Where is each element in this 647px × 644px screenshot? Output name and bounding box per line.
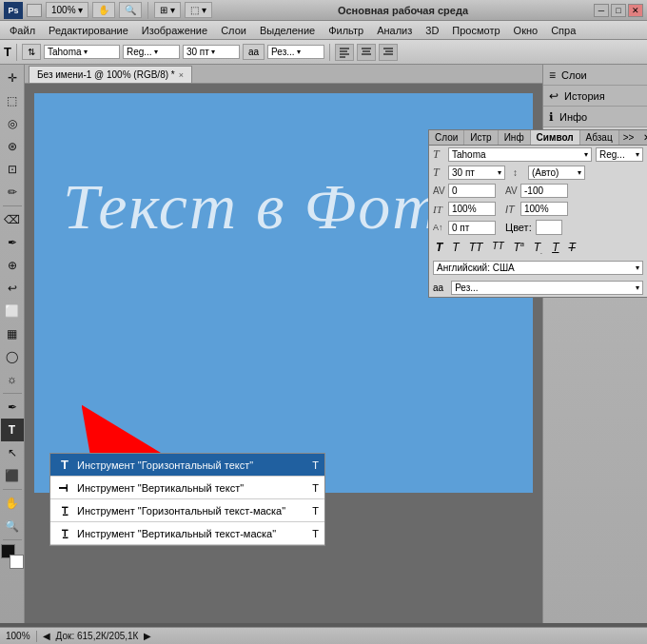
horizontal-text-key: T	[312, 459, 319, 471]
background-color[interactable]	[10, 555, 24, 569]
dodge-tool[interactable]: ☼	[1, 368, 24, 391]
subscript-btn[interactable]: T.	[531, 240, 545, 256]
sp-leading-dropdown[interactable]: (Авто) ▾	[528, 166, 585, 180]
font-style-dropdown[interactable]: Reg... ▾	[123, 45, 180, 59]
menu-help[interactable]: Спра	[545, 24, 581, 37]
align-center-button[interactable]	[357, 44, 376, 61]
canvas-tab[interactable]: Без имени-1 @ 100% (RGB/8) * ×	[29, 66, 192, 83]
history-brush-tool[interactable]: ↩	[1, 277, 24, 300]
text-tool-icon[interactable]: T	[4, 45, 11, 59]
smallcaps-btn[interactable]: TT	[489, 240, 506, 256]
menu-window[interactable]: Окно	[508, 24, 544, 37]
underline-btn[interactable]: T	[549, 240, 561, 256]
bold-btn[interactable]: T	[433, 240, 445, 256]
crop-tool[interactable]: ⊡	[1, 158, 24, 181]
sp-more-button[interactable]: >>	[619, 130, 638, 145]
menu-file[interactable]: Файл	[4, 24, 41, 37]
title-bar: Ps 100% ▾ ✋ 🔍 ⊞ ▾ ⬚ ▾ Основная рабочая с…	[0, 0, 647, 21]
sp-baseline-input[interactable]: 0 пт	[448, 221, 496, 235]
navigator-next[interactable]: ▶	[144, 631, 151, 641]
sp-tab-paragraph[interactable]: Абзац	[580, 130, 619, 145]
superscript-btn[interactable]: Ta	[511, 240, 527, 256]
menu-view[interactable]: Просмотр	[446, 24, 505, 37]
minimize-button[interactable]: ─	[594, 4, 609, 17]
sp-tab-info[interactable]: Инф	[499, 130, 531, 145]
vertical-text-icon: T	[56, 484, 73, 492]
align-left-button[interactable]	[335, 44, 354, 61]
horizontal-mask-key: T	[312, 505, 319, 517]
brush-tool[interactable]: ✒	[1, 231, 24, 254]
menu-select[interactable]: Выделение	[254, 24, 321, 37]
tab-close-button[interactable]: ×	[179, 70, 184, 80]
font-family-dropdown[interactable]: Tahoma ▾	[44, 45, 120, 59]
sp-font-family-dropdown[interactable]: Tahoma ▾	[448, 147, 592, 162]
clone-stamp-tool[interactable]: ⊕	[1, 254, 24, 277]
color-swatch[interactable]	[536, 220, 562, 235]
horizontal-mask-tool[interactable]: T̲ Инструмент "Горизонтальный текст-маск…	[50, 499, 324, 522]
eyedropper-tool[interactable]: ✏	[1, 181, 24, 204]
maximize-button[interactable]: □	[611, 4, 626, 17]
sp-font-size-dropdown[interactable]: 30 пт ▾	[448, 166, 505, 180]
panel-tab-layers[interactable]: ≡ Слои	[543, 65, 647, 86]
anti-alias-dropdown[interactable]: Рез... ▾	[267, 45, 324, 59]
hand-tool-box[interactable]: ✋	[1, 492, 24, 515]
align-right-button[interactable]	[379, 44, 398, 61]
extra-btn[interactable]: ⬚ ▾	[185, 2, 212, 18]
sp-kerning-input[interactable]: -100	[520, 184, 568, 198]
sp-language-dropdown[interactable]: Английский: США ▾	[433, 261, 643, 275]
sp-antialias-dropdown[interactable]: Рез... ▾	[451, 281, 643, 295]
move-tool[interactable]: ✛	[1, 67, 24, 89]
sp-antialias-row: аа Рез... ▾	[429, 279, 647, 297]
marquee-tool[interactable]: ⬚	[1, 89, 24, 112]
italic-btn[interactable]: T	[449, 240, 461, 256]
sp-tab-layers[interactable]: Слои	[429, 130, 464, 145]
close-button[interactable]: ✕	[628, 4, 643, 17]
menu-analysis[interactable]: Анализ	[371, 24, 418, 37]
text-tool[interactable]: T	[1, 419, 24, 441]
panel-tab-history[interactable]: ↩ История	[543, 86, 647, 107]
zoom-tool-box[interactable]: 🔍	[1, 515, 24, 537]
pen-tool[interactable]: ✒	[1, 396, 24, 419]
menu-bar: Файл Редактирование Изображение Слои Выд…	[0, 21, 647, 40]
orientation-btn[interactable]: ⇅	[22, 44, 41, 60]
arrange-btn[interactable]: ⊞ ▾	[154, 2, 181, 18]
blur-tool[interactable]: ◯	[1, 345, 24, 368]
menu-edit[interactable]: Редактирование	[43, 24, 134, 37]
spot-heal-tool[interactable]: ⌫	[1, 208, 24, 231]
menu-filter[interactable]: Фильтр	[323, 24, 369, 37]
chevron-down-icon: ▾	[578, 168, 581, 177]
font-size-dropdown[interactable]: 30 пт ▾	[183, 45, 240, 59]
sp-font-style: Reg...	[599, 149, 625, 160]
panel-tab-info[interactable]: ℹ Инфо	[543, 107, 647, 127]
anti-alias-aa[interactable]: аа	[243, 44, 265, 60]
sp-close-button[interactable]: ✕	[639, 130, 647, 145]
zoom-tool[interactable]: 🔍	[119, 2, 142, 18]
allcaps-btn[interactable]: TT	[466, 240, 486, 256]
sp-tab-symbol[interactable]: Символ	[531, 130, 580, 145]
navigator-prev[interactable]: ◀	[43, 631, 50, 641]
vertical-mask-tool[interactable]: T̲ Инструмент "Вертикальный текст-маска"…	[50, 522, 324, 545]
gradient-tool[interactable]: ▦	[1, 322, 24, 345]
zoom-dropdown[interactable]: 100% ▾	[46, 2, 88, 18]
menu-image[interactable]: Изображение	[136, 24, 213, 37]
sp-font-row: T Tahoma ▾ Reg... ▾	[429, 146, 647, 164]
sp-font-style-dropdown[interactable]: Reg... ▾	[596, 147, 643, 162]
size-icon: T	[433, 166, 444, 180]
hand-tool[interactable]: ✋	[92, 2, 115, 18]
quick-select-tool[interactable]: ⊛	[1, 135, 24, 158]
vertical-text-tool[interactable]: T Инструмент "Вертикальный текст" T	[50, 477, 324, 499]
sp-scale-h-input[interactable]: 100%	[520, 202, 568, 216]
strikethrough-btn[interactable]: T	[565, 240, 578, 256]
shape-tool[interactable]: ⬛	[1, 464, 24, 487]
sp-tracking-input[interactable]: 0	[448, 184, 496, 198]
menu-3d[interactable]: 3D	[420, 24, 444, 37]
lasso-tool[interactable]: ◎	[1, 112, 24, 135]
path-select-tool[interactable]: ↖	[1, 441, 24, 464]
sp-scale-v-input[interactable]: 100%	[448, 202, 496, 216]
sp-tab-history[interactable]: Истр	[464, 130, 498, 145]
font-style-label: Reg...	[127, 47, 152, 57]
eraser-tool[interactable]: ⬜	[1, 300, 24, 322]
horizontal-text-tool[interactable]: T Инструмент "Горизонтальный текст" T	[50, 454, 324, 477]
baseline-icon: A↑	[433, 223, 444, 232]
menu-layers[interactable]: Слои	[215, 24, 252, 37]
